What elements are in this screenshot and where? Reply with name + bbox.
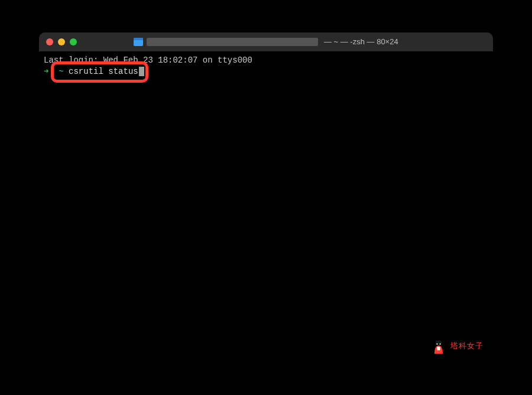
maximize-button[interactable] — [70, 38, 77, 45]
minimize-button[interactable] — [58, 38, 65, 45]
prompt-tilde: ~ — [59, 67, 63, 76]
title-content: — ~ — -zsh — 80×24 — [39, 37, 493, 46]
traffic-lights — [46, 38, 77, 45]
window-title-suffix: — ~ — -zsh — 80×24 — [322, 37, 398, 46]
terminal-window: — ~ — -zsh — 80×24 Last login: Wed Feb 2… — [39, 32, 493, 363]
watermark: 塔科女子 — [430, 338, 484, 355]
svg-rect-1 — [437, 347, 440, 350]
cursor — [139, 67, 144, 76]
svg-point-3 — [440, 343, 441, 344]
svg-point-2 — [436, 343, 437, 344]
redacted-path — [147, 38, 318, 46]
prompt-arrow: ➜ — [44, 67, 48, 76]
watermark-icon — [430, 338, 447, 355]
prompt-line: ➜ ~ csrutil status — [44, 66, 488, 78]
close-button[interactable] — [46, 38, 53, 45]
last-login-line: Last login: Wed Feb 23 18:02:07 on ttys0… — [44, 55, 488, 67]
command-text[interactable]: csrutil status — [69, 67, 138, 76]
folder-icon — [134, 38, 143, 46]
title-bar[interactable]: — ~ — -zsh — 80×24 — [39, 32, 493, 51]
watermark-text: 塔科女子 — [450, 341, 484, 351]
terminal-body[interactable]: Last login: Wed Feb 23 18:02:07 on ttys0… — [39, 51, 493, 363]
